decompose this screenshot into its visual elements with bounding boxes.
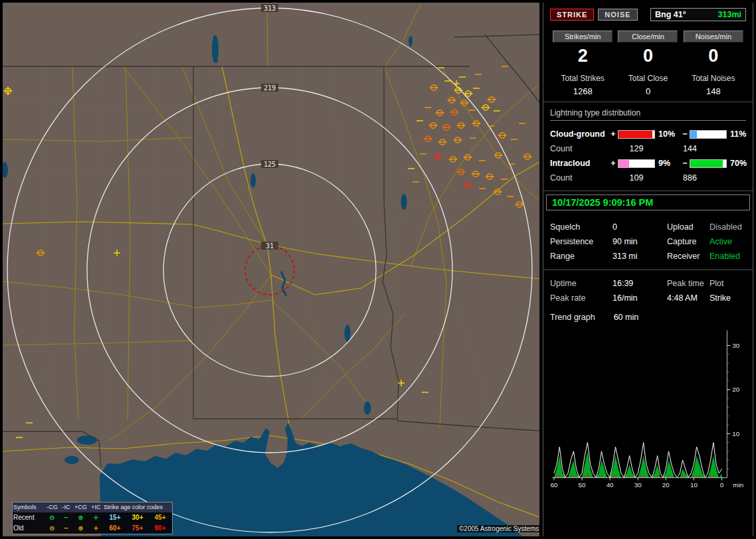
persistence-value: 90 min [613, 237, 667, 246]
neg-cg-icon: ⊖ [45, 523, 59, 534]
cg-positive-pct: 10% [655, 129, 680, 139]
trend-series-noise [710, 475, 711, 477]
close-per-min-value: 0 [615, 46, 680, 66]
x-tick-label: 20 [662, 481, 670, 489]
capture-value: Active [709, 237, 753, 246]
trend-series-noise [556, 475, 557, 477]
receiver-status-section: Squelch 0 Upload Disabled Persistence 90… [543, 214, 753, 270]
trend-series-noise [612, 475, 613, 477]
close-per-min-chip[interactable]: Close/min [618, 31, 678, 42]
trend-series-noise [693, 475, 694, 477]
strikes-per-min-value: 2 [550, 46, 615, 66]
minus-sign: − [680, 129, 690, 139]
status-panel: STRIKE NOISE Bng 41° 313mi Strikes/min 2… [543, 3, 753, 536]
rate-counters: Strikes/min 2 Total Strikes 1268 Close/m… [550, 31, 746, 96]
legend-age-title: Strike age color codes [104, 502, 171, 512]
y-tick-label: 10 [732, 430, 739, 437]
x-tick-label: 50 [579, 481, 586, 489]
pos-ic-icon: + [88, 523, 104, 534]
x-tick-label: 0 [720, 481, 724, 489]
persistence-label: Persistence [550, 237, 613, 246]
x-tick-label: 30 [634, 481, 642, 489]
trend-series-noise [570, 475, 571, 477]
cg-positive-count: 129 [618, 144, 655, 153]
x-axis-unit: min [733, 481, 743, 489]
noises-per-min-chip[interactable]: Noises/min [684, 31, 743, 42]
trend-series-noise [587, 473, 588, 478]
peak-rate-value: 16/min [613, 293, 667, 303]
copyright-text: ©2005 Astrogenic Systems [457, 525, 541, 532]
uptime-value: 16:39 [613, 279, 667, 288]
minus-sign: − [680, 159, 690, 168]
noise-toggle-button[interactable]: NOISE [598, 9, 637, 21]
trend-series-noise [615, 475, 616, 477]
neg-ic-icon: − [59, 523, 73, 534]
map-svg[interactable]: 31321912531 [3, 3, 539, 536]
ring-label-219: 219 [264, 84, 276, 92]
upload-value: Disabled [709, 222, 753, 232]
total-close-label: Total Close [615, 74, 680, 83]
age-30: 30+ [126, 512, 149, 523]
counters-section: STRIKE NOISE Bng 41° 313mi Strikes/min 2… [543, 3, 753, 102]
strikes-per-min-column: Strikes/min 2 Total Strikes 1268 [550, 31, 615, 96]
legend-row-recent: Recent ⊖ − ⊕ + 15+ 30+ 45+ [13, 512, 172, 523]
distribution-title: Lightning type distribution [550, 108, 746, 121]
cloud-ground-row: Cloud-ground + 10% − 11% [550, 127, 746, 141]
trend-series-noise [640, 475, 641, 477]
plot-value: Strike [709, 293, 753, 303]
legend-col-pic: +IC [88, 502, 104, 512]
uptime-label: Uptime [550, 279, 613, 288]
app-window: 31321912531 Symbols -CG -IC +CG +IC Stri… [0, 0, 756, 539]
trend-series-noise [584, 475, 585, 477]
trend-series-noise [657, 475, 658, 477]
cg-negative-count: 144 [680, 144, 727, 153]
bearing-range-display: Bng 41° 313mi [650, 8, 746, 21]
ic-positive-pct: 9% [655, 159, 680, 168]
ic-positive-bar [618, 159, 655, 168]
bearing-range-value: 313mi [718, 10, 741, 19]
trend-series-noise [601, 475, 602, 477]
trend-graph-window: 60 min [614, 313, 639, 322]
total-noises-value: 148 [681, 86, 746, 96]
legend-header: Symbols -CG -IC +CG +IC Strike age color… [13, 502, 172, 512]
ic-negative-count: 886 [680, 173, 727, 183]
strikes-per-min-chip[interactable]: Strikes/min [553, 31, 613, 42]
noises-per-min-value: 0 [681, 46, 746, 66]
legend-symbols-title: Symbols [13, 502, 45, 512]
intracloud-row: Intracloud + 9% − 70% [550, 156, 746, 171]
cloud-ground-counts: Count 129 144 [550, 141, 746, 156]
legend-recent-label: Recent [13, 512, 45, 523]
lightning-map[interactable]: 31321912531 Symbols -CG -IC +CG +IC Stri… [3, 3, 539, 536]
mode-buttons-row: STRIKE NOISE Bng 41° 313mi [550, 8, 746, 21]
ic-negative-pct: 70% [727, 159, 749, 168]
trend-series-noise [559, 475, 560, 477]
cg-negative-pct: 11% [727, 129, 749, 139]
receiver-value: Enabled [709, 252, 753, 261]
pos-cg-icon: ⊕ [73, 512, 88, 523]
trend-series-noise [668, 475, 670, 477]
trend-series-noise [682, 475, 684, 477]
close-per-min-column: Close/min 0 Total Close 0 [615, 31, 680, 96]
age-15: 15+ [104, 512, 126, 523]
ic-positive-count: 109 [618, 173, 655, 183]
distribution-section: Lightning type distribution Cloud-ground… [543, 102, 753, 191]
strike-toggle-button[interactable]: STRIKE [550, 9, 594, 21]
cloud-ground-label: Cloud-ground [550, 129, 609, 139]
total-strikes-label: Total Strikes [550, 74, 615, 83]
intracloud-label: Intracloud [550, 159, 609, 168]
ring-label-31: 31 [266, 242, 274, 250]
y-tick-label: 30 [732, 342, 739, 349]
squelch-label: Squelch [550, 222, 613, 232]
bearing-label: Bng 41° [655, 10, 686, 19]
total-strikes-value: 1268 [550, 86, 615, 96]
legend-col-nic: -IC [59, 502, 73, 512]
map-background [3, 3, 539, 536]
trend-series-noise [643, 475, 644, 477]
ic-negative-bar [690, 159, 727, 168]
receiver-label: Receiver [667, 252, 709, 261]
legend-row-old: Old ⊖ − ⊕ + 60+ 75+ 90+ [13, 523, 172, 534]
ring-label-125: 125 [264, 161, 276, 168]
plot-label: Plot [709, 279, 753, 288]
trend-graph-label: Trend graph [550, 313, 595, 322]
range-value: 313 mi [613, 252, 667, 261]
